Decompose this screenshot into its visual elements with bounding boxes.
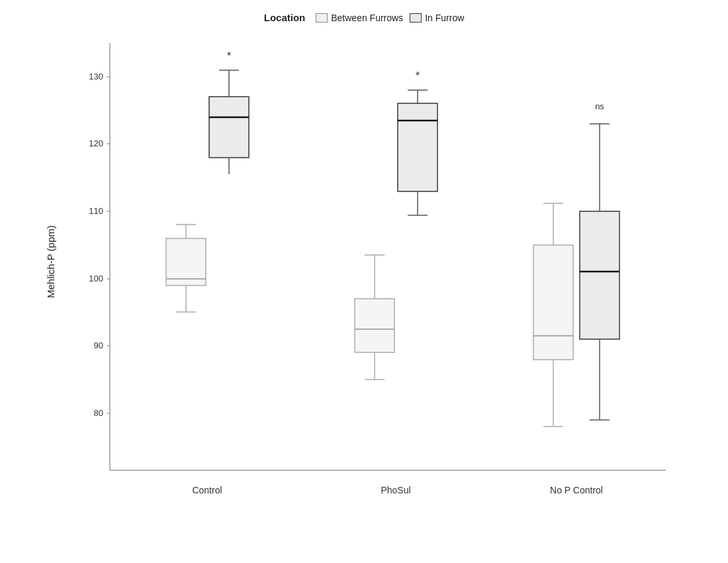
legend-box-infurrow: [410, 13, 422, 23]
svg-text:80: 80: [94, 408, 103, 418]
svg-text:No P Control: No P Control: [550, 485, 603, 495]
svg-text:100: 100: [89, 274, 103, 283]
legend: Location Between Furrows In Furrow: [264, 12, 465, 23]
svg-text:ns: ns: [595, 101, 604, 111]
svg-text:PhoSul: PhoSul: [381, 485, 410, 495]
legend-label-between: Between Furrows: [331, 13, 403, 23]
legend-label-infurrow: In Furrow: [425, 13, 464, 23]
svg-text:110: 110: [89, 206, 103, 216]
y-axis-label: Mehlich-P (ppm): [40, 36, 61, 487]
svg-text:130: 130: [89, 72, 103, 81]
chart-container: Location Between Furrows In Furrow Mehli…: [0, 0, 728, 563]
svg-text:120: 120: [89, 138, 103, 148]
chart-area: Mehlich-P (ppm) 80 90 100: [40, 30, 688, 520]
svg-rect-43: [533, 245, 573, 360]
chart-svg: 80 90 100 110 120 130: [61, 30, 688, 520]
svg-text:Control: Control: [192, 485, 222, 495]
svg-rect-49: [580, 211, 619, 339]
chart-inner: 80 90 100 110 120 130: [61, 30, 688, 520]
legend-item-between: Between Furrows: [316, 13, 403, 23]
svg-text:90: 90: [94, 340, 103, 350]
svg-rect-29: [355, 299, 394, 352]
legend-item-infurrow: In Furrow: [410, 13, 464, 23]
svg-rect-22: [209, 97, 249, 158]
svg-rect-35: [398, 103, 437, 191]
legend-box-between: [316, 13, 328, 23]
svg-text:*: *: [416, 70, 420, 81]
legend-title: Location: [264, 12, 306, 23]
svg-text:*: *: [227, 50, 231, 62]
